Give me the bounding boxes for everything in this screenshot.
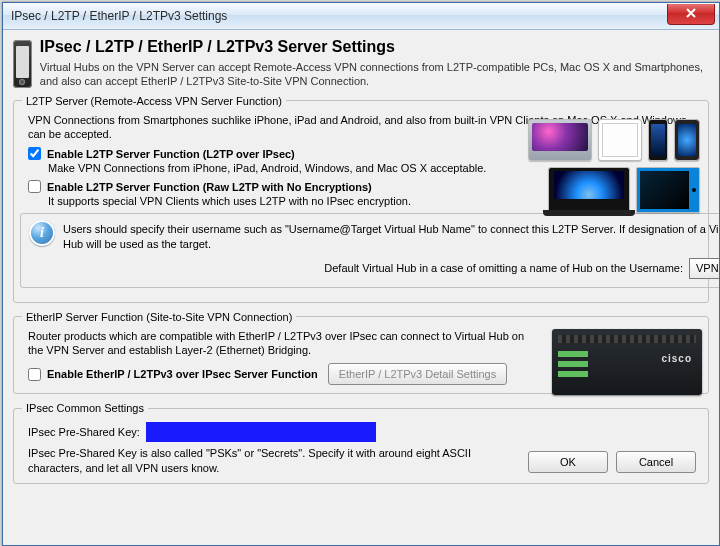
psk-note: IPsec Pre-Shared Key is also called "PSK… [28, 446, 516, 475]
titlebar: IPsec / L2TP / EtherIP / L2TPv3 Settings [3, 3, 719, 30]
default-hub-value: VPN [696, 262, 719, 274]
group-ipsec-legend: IPsec Common Settings [22, 402, 148, 414]
group-etherip: EtherIP Server Function (Site-to-Site VP… [13, 311, 709, 395]
group-l2tp: L2TP Server (Remote-Access VPN Server Fu… [13, 95, 709, 303]
dialog-content: IPsec / L2TP / EtherIP / L2TPv3 Server S… [3, 30, 719, 545]
group-etherip-legend: EtherIP Server Function (Site-to-Site VP… [22, 311, 296, 323]
header-text: IPsec / L2TP / EtherIP / L2TPv3 Server S… [40, 38, 709, 89]
devices-illustration [520, 119, 700, 215]
dialog-footer: OK Cancel [528, 449, 700, 475]
ipad-icon [598, 119, 642, 161]
smartphone-icon [13, 40, 32, 88]
label-etherip: Enable EtherIP / L2TPv3 over IPsec Serve… [47, 368, 318, 380]
info-icon: i [29, 220, 55, 246]
group-l2tp-legend: L2TP Server (Remote-Access VPN Server Fu… [22, 95, 286, 107]
psk-label: IPsec Pre-Shared Key: [28, 426, 140, 438]
android-phone-icon [674, 119, 700, 161]
default-hub-row: Default Virtual Hub in a case of omittin… [29, 258, 719, 279]
close-icon [686, 8, 696, 20]
group-ipsec-common: IPsec Common Settings IPsec Pre-Shared K… [13, 402, 709, 484]
window-title: IPsec / L2TP / EtherIP / L2TPv3 Settings [3, 9, 227, 23]
windows-laptop-icon [548, 167, 630, 213]
ok-button[interactable]: OK [528, 451, 608, 473]
surface-tablet-icon [636, 167, 700, 213]
router-icon: cisco [552, 329, 702, 395]
etherip-description: Router products which are compatible wit… [28, 329, 540, 358]
psk-row: IPsec Pre-Shared Key: [28, 422, 516, 442]
close-button[interactable] [667, 4, 715, 25]
info-box: i Users should specify their username su… [20, 213, 719, 288]
label-l2tp-raw: Enable L2TP Server Function (Raw L2TP wi… [47, 181, 372, 193]
cancel-button[interactable]: Cancel [616, 451, 696, 473]
router-brand: cisco [661, 353, 692, 364]
row-etherip-enable: Enable EtherIP / L2TPv3 over IPsec Serve… [28, 368, 318, 381]
default-hub-label: Default Virtual Hub in a case of omittin… [324, 262, 683, 274]
psk-input[interactable] [146, 422, 376, 442]
checkbox-etherip[interactable] [28, 368, 41, 381]
default-hub-combobox[interactable]: VPN [689, 258, 719, 279]
dialog-window: IPsec / L2TP / EtherIP / L2TPv3 Settings… [2, 2, 720, 546]
header: IPsec / L2TP / EtherIP / L2TPv3 Server S… [13, 38, 709, 89]
macbook-icon [528, 119, 592, 161]
info-text: Users should specify their username such… [63, 220, 719, 252]
iphone-icon [648, 119, 668, 161]
checkbox-l2tp-raw[interactable] [28, 180, 41, 193]
page-title: IPsec / L2TP / EtherIP / L2TPv3 Server S… [40, 38, 709, 56]
label-l2tp-over-ipsec: Enable L2TP Server Function (L2TP over I… [47, 148, 295, 160]
checkbox-l2tp-over-ipsec[interactable] [28, 147, 41, 160]
page-subtitle: Virtual Hubs on the VPN Server can accep… [40, 60, 709, 89]
etherip-detail-button[interactable]: EtherIP / L2TPv3 Detail Settings [328, 363, 508, 385]
